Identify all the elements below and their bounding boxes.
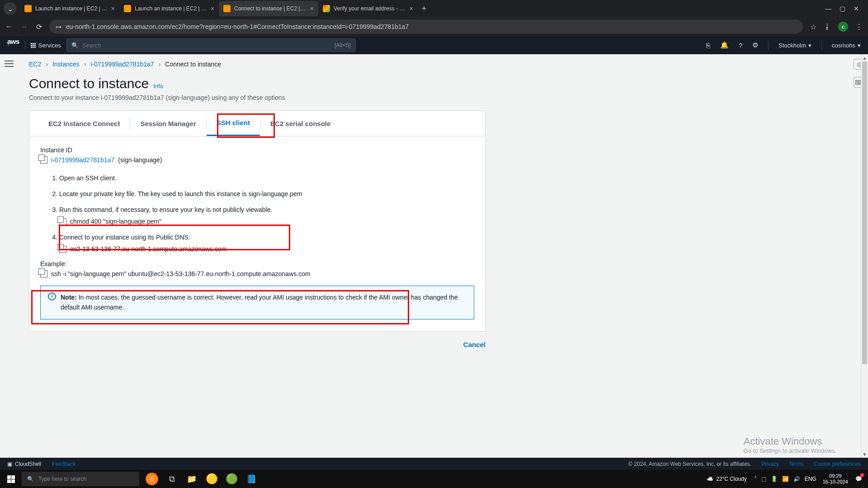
- weather-icon: ☁️: [707, 476, 713, 482]
- task-view-icon[interactable]: ⧉: [164, 472, 180, 486]
- instance-name: (sign-language): [118, 156, 162, 164]
- terms-link[interactable]: Terms: [789, 461, 804, 467]
- reload-icon[interactable]: ⟳: [36, 23, 42, 31]
- start-button[interactable]: [0, 475, 22, 483]
- notifications-icon[interactable]: 🔔: [720, 41, 729, 49]
- browser-tab-1[interactable]: Launch an instance | EC2 | eu-n… ×: [20, 1, 119, 16]
- browser-tab-4[interactable]: Verify your email address - cosm… ×: [318, 1, 418, 16]
- tab-strip: ⌄ Launch an instance | EC2 | eu-n… × Lau…: [0, 0, 868, 17]
- tab-ec2-connect[interactable]: EC2 Instance Connect: [38, 111, 130, 136]
- scroll-thumb[interactable]: [862, 61, 867, 364]
- step-4: Connect to your instance using its Publi…: [59, 233, 474, 254]
- services-menu-button[interactable]: Services: [31, 42, 61, 49]
- copy-icon[interactable]: [59, 218, 66, 225]
- search-icon: 🔍: [27, 476, 34, 482]
- close-window-icon[interactable]: ✕: [854, 5, 859, 12]
- weather-widget[interactable]: ☁️ 22°C Cloudy: [707, 476, 747, 482]
- close-icon[interactable]: ×: [310, 5, 314, 12]
- new-tab-button[interactable]: +: [418, 2, 430, 15]
- step-2: Locate your private key file. The key us…: [59, 189, 474, 199]
- instance-id-value[interactable]: i-0719999ad2781b1a7: [51, 156, 114, 164]
- taskbar-search[interactable]: 🔍 Type here to search: [22, 472, 139, 486]
- notepad-icon[interactable]: 📘: [243, 472, 259, 486]
- system-tray[interactable]: ˄ ⬚ 🔋 📶 🔊 ENG: [754, 476, 816, 482]
- cloudshell-icon[interactable]: ⎘: [706, 42, 710, 49]
- aws-search-box[interactable]: 🔍 [Alt+S]: [66, 38, 356, 52]
- step-1: Open an SSH client.: [59, 174, 474, 183]
- scroll-down-icon[interactable]: ▼: [861, 450, 868, 458]
- tab-title: Connect to instance | EC2 | eu-n…: [234, 5, 307, 12]
- browser-tab-3-active[interactable]: Connect to instance | EC2 | eu-n… ×: [219, 1, 318, 16]
- file-explorer-icon[interactable]: 📁: [184, 472, 200, 486]
- cookie-prefs-link[interactable]: Cookie preferences: [814, 461, 861, 467]
- grid-icon: [31, 43, 36, 48]
- back-icon[interactable]: ←: [5, 23, 13, 31]
- aws-header: aws⌣ Services 🔍 [Alt+S] ⎘ 🔔 ? ⚙ Stockhol…: [0, 36, 868, 54]
- tab-ssh-client[interactable]: SSH client: [207, 111, 260, 136]
- action-center-icon[interactable]: 💬3: [854, 474, 863, 484]
- url-input[interactable]: ⊶ eu-north-1.console.aws.amazon.com/ec2/…: [49, 19, 803, 34]
- minimize-icon[interactable]: —: [825, 5, 831, 12]
- scroll-up-icon[interactable]: ▲: [861, 54, 868, 61]
- tab-session-manager[interactable]: Session Manager: [130, 111, 206, 136]
- step-3: Run this command, if necessary, to ensur…: [59, 205, 474, 226]
- language-indicator[interactable]: ENG: [805, 476, 816, 482]
- instance-id-label: Instance ID: [40, 146, 474, 154]
- chmod-command: chmod 400 "sign-language.pem": [70, 217, 161, 226]
- taskbar-app-icon[interactable]: [144, 472, 160, 486]
- cloudshell-button[interactable]: ▣ CloudShell: [7, 461, 41, 467]
- chevron-up-icon[interactable]: ˄: [754, 476, 757, 482]
- tab-dropdown-button[interactable]: ⌄: [4, 2, 16, 15]
- copy-icon[interactable]: [40, 270, 47, 277]
- aws-footer: ▣ CloudShell Feedback © 2024, Amazon Web…: [0, 458, 868, 470]
- breadcrumb-instance-id[interactable]: i-0719999ad2781b1a7: [91, 61, 154, 68]
- aws-logo[interactable]: aws⌣: [7, 38, 19, 53]
- forward-icon[interactable]: →: [21, 23, 28, 31]
- taskbar-clock[interactable]: 09:29 16-10-2024: [823, 473, 848, 485]
- main-content: EC2 › Instances › i-0719999ad2781b1a7 › …: [18, 54, 850, 458]
- battery-icon[interactable]: 🔋: [771, 476, 778, 482]
- chrome-icon[interactable]: 🟡: [203, 472, 220, 486]
- vertical-scrollbar[interactable]: ▲ ▼: [861, 54, 868, 458]
- chevron-right-icon: ›: [84, 61, 86, 68]
- cancel-button[interactable]: Cancel: [463, 341, 486, 348]
- notification-badge: 3: [860, 473, 864, 477]
- hamburger-icon[interactable]: [5, 59, 14, 458]
- copy-icon[interactable]: [59, 246, 66, 253]
- feedback-link[interactable]: Feedback: [52, 461, 76, 467]
- example-ssh-command: ssh -i "sign-language.pem" ubuntu@ec2-13…: [51, 270, 311, 277]
- search-input[interactable]: [82, 42, 331, 49]
- copy-icon[interactable]: [40, 156, 47, 164]
- breadcrumb-ec2[interactable]: EC2: [29, 61, 41, 68]
- breadcrumb-instances[interactable]: Instances: [52, 61, 80, 68]
- close-icon[interactable]: ×: [410, 5, 413, 12]
- gmail-favicon-icon: [323, 5, 330, 12]
- maximize-icon[interactable]: ▢: [840, 5, 845, 12]
- help-icon[interactable]: ?: [739, 42, 742, 49]
- volume-icon[interactable]: 🔊: [793, 476, 800, 482]
- profile-avatar[interactable]: c: [838, 22, 848, 32]
- close-icon[interactable]: ×: [211, 5, 214, 12]
- info-link[interactable]: Info: [153, 83, 163, 89]
- left-rail: [0, 54, 18, 458]
- account-menu[interactable]: cosmohs▾: [832, 42, 861, 49]
- tab-serial-console[interactable]: EC2 serial console: [260, 111, 340, 136]
- browser-tab-2[interactable]: Launch an instance | EC2 | eu-n… ×: [119, 1, 219, 16]
- wifi-icon[interactable]: 📶: [782, 476, 789, 482]
- tab-title: Verify your email address - cosm…: [334, 5, 406, 12]
- settings-icon[interactable]: ⚙: [752, 41, 758, 49]
- kebab-menu-icon[interactable]: ⋮: [855, 23, 863, 31]
- site-settings-icon[interactable]: ⊶: [56, 23, 61, 30]
- windows-taskbar: 🔍 Type here to search ⧉ 📁 🟡 🟢 📘 ☁️ 22°C …: [0, 470, 868, 488]
- search-shortcut-hint: [Alt+S]: [335, 42, 351, 48]
- onedrive-icon[interactable]: ⬚: [761, 476, 766, 482]
- activate-windows-watermark: Activate Windows Go to Settings to activ…: [744, 436, 836, 454]
- chrome-icon-2[interactable]: 🟢: [223, 472, 240, 486]
- region-selector[interactable]: Stockholm▾: [778, 42, 811, 49]
- note-bold: Note:: [61, 294, 77, 301]
- download-icon[interactable]: ⭳: [824, 23, 831, 31]
- copyright-text: © 2024, Amazon Web Services, Inc. or its…: [628, 461, 751, 467]
- privacy-link[interactable]: Privacy: [761, 461, 779, 467]
- bookmark-icon[interactable]: ☆: [810, 23, 816, 31]
- close-icon[interactable]: ×: [111, 5, 115, 12]
